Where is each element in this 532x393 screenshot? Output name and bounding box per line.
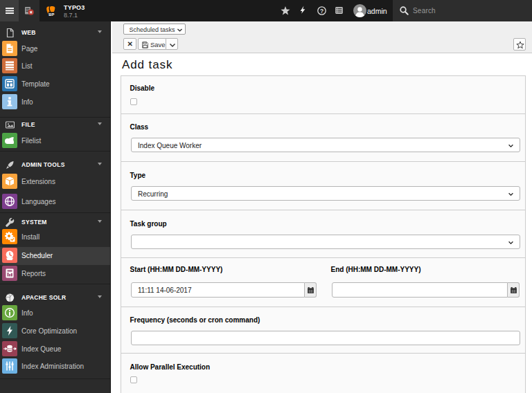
svg-text:?: ? (320, 8, 323, 15)
svg-text:BP: BP (48, 12, 54, 17)
